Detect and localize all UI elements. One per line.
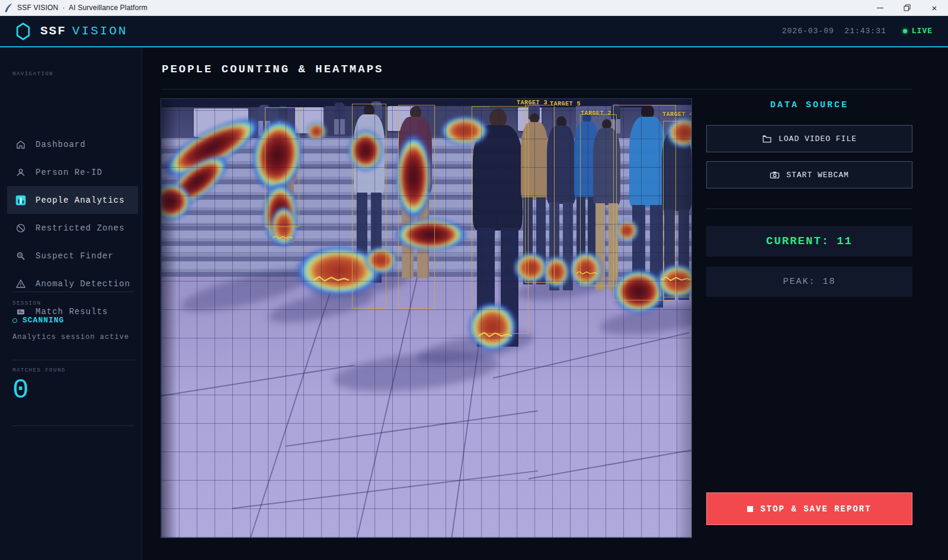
heatmap-scene: TARGET 3TARGET 5TARGET 2TARGET 4: [161, 99, 691, 537]
app-window: SSF VISION · AI Surveillance Platform × …: [0, 0, 948, 560]
sidebar-item-label: Restricted Zones: [36, 223, 124, 233]
app-header: SSF VISION 2026-03-09 21:43:31 LIVE: [0, 16, 948, 47]
matches-count: 0: [12, 377, 29, 404]
person-icon: [15, 167, 27, 178]
current-count-tile: CURRENT: 11: [706, 226, 912, 257]
sidebar-item-person-re-id[interactable]: Person Re-ID: [7, 158, 138, 186]
session-status: SCANNING: [12, 316, 64, 325]
video-feed: TARGET 3TARGET 5TARGET 2TARGET 4: [161, 98, 692, 538]
warning-icon: [15, 278, 27, 290]
start-webcam-label: START WEBCAM: [786, 171, 849, 180]
restore-icon: [904, 4, 911, 11]
peak-label: PEAK:: [783, 277, 815, 287]
sidebar-item-label: Person Re-ID: [36, 168, 103, 177]
os-titlebar: SSF VISION · AI Surveillance Platform ×: [0, 0, 948, 16]
data-source-panel: DATA SOURCE LOAD VIDEO FILE START WEBCAM…: [706, 98, 912, 538]
current-value: 11: [837, 235, 853, 248]
maximize-button[interactable]: [893, 0, 921, 15]
nav-section-label: NAVIGATION: [12, 71, 53, 77]
stop-icon: [747, 506, 753, 512]
session-detail: Analytics session active: [12, 333, 129, 341]
sidebar-item-restricted-zones[interactable]: Restricted Zones: [7, 214, 138, 242]
live-indicator: LIVE: [903, 27, 933, 36]
peak-value: 18: [823, 277, 836, 287]
sidebar-divider: [12, 360, 134, 360]
vignette-overlay: [161, 99, 691, 537]
magnifier-icon: [15, 250, 27, 262]
camera-icon: [770, 170, 780, 180]
sidebar-item-label: Match Results: [36, 307, 108, 316]
title-divider: [161, 89, 912, 89]
sidebar-item-label: Dashboard: [36, 140, 86, 149]
load-video-button[interactable]: LOAD VIDEO FILE: [706, 125, 912, 152]
live-label: LIVE: [912, 27, 933, 36]
sidebar-item-label: Anomaly Detection: [36, 279, 130, 289]
window-title: SSF VISION · AI Surveillance Platform: [17, 4, 148, 12]
stop-save-label: STOP & SAVE REPORT: [760, 504, 871, 514]
sidebar-divider: [12, 425, 134, 426]
close-icon: ×: [932, 4, 937, 12]
brand-hexagon-icon: [15, 23, 31, 40]
matches-label: MATCHES FOUND: [12, 367, 66, 373]
minimize-button[interactable]: [866, 0, 893, 15]
sidebar-item-label: People Analytics: [36, 196, 124, 205]
sidebar-item-people-analytics[interactable]: People Analytics: [7, 186, 138, 214]
app-feather-icon: [4, 3, 12, 12]
clock-timestamp: 2026-03-09 21:43:31: [782, 27, 886, 36]
page-title: PEOPLE COUNTING & HEATMAPS: [162, 63, 383, 76]
sidebar: NAVIGATION DashboardPerson Re-IDPeople A…: [0, 47, 142, 560]
minimize-icon: [877, 8, 883, 8]
panel-divider: [706, 209, 912, 209]
sidebar-divider: [12, 292, 134, 292]
sidebar-item-label: Suspect Finder: [36, 251, 114, 261]
stop-save-report-button[interactable]: STOP & SAVE REPORT: [706, 492, 912, 525]
current-label: CURRENT:: [766, 235, 830, 248]
nav-list: DashboardPerson Re-IDPeople AnalyticsRes…: [0, 130, 142, 325]
folder-icon: [762, 134, 772, 144]
sidebar-item-anomaly-detection[interactable]: Anomaly Detection: [7, 270, 138, 297]
start-webcam-button[interactable]: START WEBCAM: [706, 161, 912, 188]
bar-chart-icon: [15, 194, 27, 206]
load-video-label: LOAD VIDEO FILE: [779, 135, 857, 143]
close-button[interactable]: ×: [921, 0, 948, 15]
panel-title: DATA SOURCE: [706, 100, 912, 110]
scanning-dot-icon: [12, 318, 17, 323]
home-icon: [15, 139, 27, 151]
session-section-label: SESSION: [12, 300, 41, 306]
brand-primary: SSF: [40, 24, 66, 38]
live-dot-icon: [903, 29, 907, 33]
session-status-label: SCANNING: [23, 316, 64, 325]
brand-secondary: VISION: [72, 24, 128, 38]
sidebar-item-dashboard[interactable]: Dashboard: [7, 130, 138, 158]
peak-count-tile: PEAK: 18: [706, 267, 912, 297]
sidebar-item-suspect-finder[interactable]: Suspect Finder: [7, 242, 138, 270]
no-entry-icon: [15, 222, 27, 234]
